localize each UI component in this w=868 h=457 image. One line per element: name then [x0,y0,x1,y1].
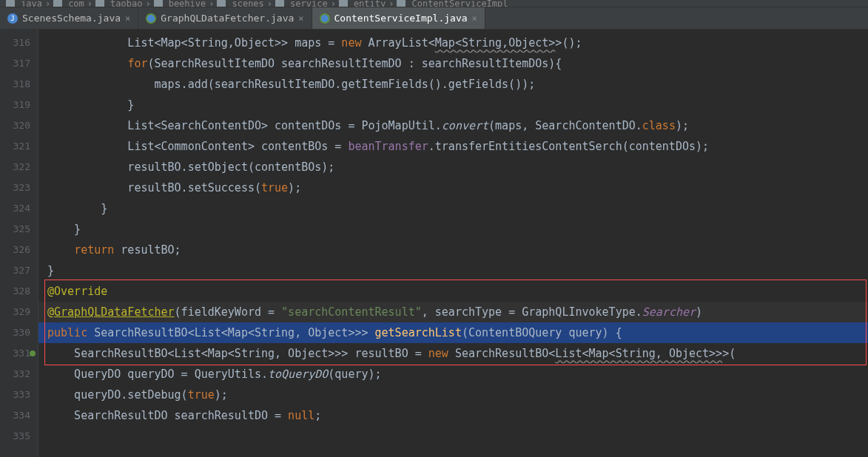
breadcrumb-item[interactable]: ContentServiceImpl [397,0,508,7]
java-file-icon: J [7,13,18,24]
close-icon[interactable]: × [472,13,477,24]
close-icon[interactable]: × [125,13,130,24]
line-number: 329 [0,302,30,322]
code-line[interactable]: SearchResultBO<List<Map<String, Object>>… [38,343,868,364]
code-line[interactable]: } [38,198,868,219]
code-line[interactable]: resultBO.setSuccess(true); [38,177,868,198]
breakpoint-icon[interactable] [30,351,36,356]
code-line[interactable]: List<CommonContent> contentBOs = beanTra… [38,136,868,157]
code-line[interactable]: } [38,95,868,115]
line-number: 327 [0,260,30,281]
tab-contentserviceimpl-java[interactable]: ContentServiceImpl.java× [312,7,485,29]
code-line[interactable]: List<SearchContentDO> contentDOs = PojoM… [38,115,868,136]
class-file-icon [320,13,330,24]
tab-graphqldatafetcher-java[interactable]: GraphQLDataFetcher.java× [138,7,312,29]
line-gutter: 3163173183193203213223233243253263273283… [0,30,38,457]
folder-icon [6,0,15,7]
breadcrumb-item[interactable]: com [53,0,84,7]
breadcrumb-item[interactable]: scenes [217,0,263,7]
code-line[interactable]: QueryDO queryDO = QueryUtils.toQueryDO(q… [38,364,868,385]
code-line[interactable]: resultBO.setObject(contentBOs); [38,157,868,177]
close-icon[interactable]: × [298,13,303,24]
code-line[interactable]: return resultBO; [38,240,868,260]
line-number: 335 [0,426,30,447]
line-number: 325 [0,219,30,240]
tab-label: GraphQLDataFetcher.java [161,13,294,24]
line-number: 319 [0,95,30,115]
line-number: 322 [0,157,30,177]
folder-icon [154,0,163,7]
folder-icon [217,0,226,7]
code-line[interactable]: @GraphQLDataFetcher(fieldKeyWord = "sear… [38,302,868,322]
editor: 3163173183193203213223233243253263273283… [0,30,868,457]
breadcrumb-item[interactable]: beehive [154,0,206,7]
folder-icon [95,0,104,7]
breadcrumb-item[interactable]: java [6,0,42,7]
breadcrumb-item[interactable]: service [275,0,328,7]
line-number: 334 [0,405,30,426]
code-line[interactable]: public SearchResultBO<List<Map<String, O… [38,322,868,343]
tab-label: ScenesSchema.java [22,13,121,24]
folder-icon [397,0,406,7]
line-number: 326 [0,240,30,260]
line-number: 333 [0,385,30,405]
line-number: 330 [0,322,30,343]
code-line[interactable]: } [38,260,868,281]
breadcrumb-item[interactable]: entity [339,0,386,7]
code-line[interactable]: maps.add(searchResultItemDO.getItemField… [38,74,868,95]
tab-scenesschema-java[interactable]: JScenesSchema.java× [0,7,138,29]
breadcrumb-item[interactable]: taobao [95,0,142,7]
code-line[interactable]: @Override [38,281,868,302]
line-number: 316 [0,33,30,53]
line-number: 323 [0,177,30,198]
class-file-icon [146,13,156,24]
code-line[interactable]: SearchResultDO searchResultDO = null; [38,405,868,426]
folder-icon [339,0,348,7]
line-number: 328 [0,281,30,302]
line-number: 324 [0,198,30,219]
code-line[interactable]: } [38,219,868,240]
code-line[interactable]: queryDO.setDebug(true); [38,385,868,405]
code-line[interactable]: for(SearchResultItemDO searchResultItemD… [38,53,868,74]
code-area[interactable]: List<Map<String,Object>> maps = new Arra… [38,30,868,457]
line-number: 317 [0,53,30,74]
folder-icon [275,0,284,7]
code-line[interactable]: List<Map<String,Object>> maps = new Arra… [38,33,868,53]
line-number: 321 [0,136,30,157]
line-number: 318 [0,74,30,95]
editor-tabs: JScenesSchema.java×GraphQLDataFetcher.ja… [0,7,868,30]
tab-label: ContentServiceImpl.java [334,13,468,24]
folder-icon [53,0,62,7]
line-number: 331 [0,343,30,364]
line-number: 320 [0,115,30,136]
breadcrumb: java›com›taobao›beehive›scenes›service›e… [0,0,868,7]
line-number: 332 [0,364,30,385]
